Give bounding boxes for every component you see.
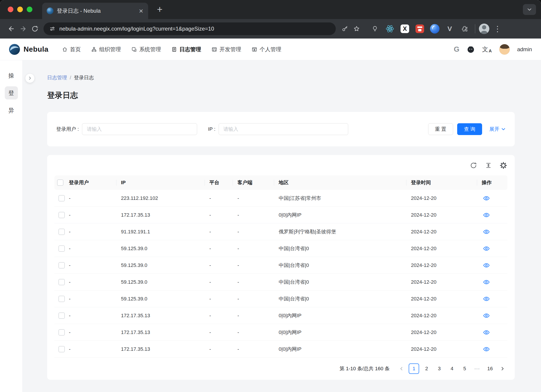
view-detail-eye-icon[interactable] <box>483 212 490 219</box>
minimize-window-button[interactable] <box>17 7 23 12</box>
view-detail-eye-icon[interactable] <box>483 245 490 252</box>
main-content: 日志管理 / 登录日志 登录日志 登录用户 : IP : 重 置 查 询 展开 <box>23 60 541 392</box>
translate-icon[interactable]: 文 A <box>482 45 492 53</box>
pagination-page-4[interactable]: 4 <box>447 363 457 374</box>
bookmark-star-icon[interactable] <box>351 23 363 35</box>
search-button[interactable]: 查 询 <box>457 123 482 135</box>
view-detail-eye-icon[interactable] <box>483 195 490 202</box>
nav-item-dev[interactable]: 开发管理 <box>212 46 241 53</box>
pagination-page-1[interactable]: 1 <box>409 363 419 374</box>
x-extension-icon[interactable]: X <box>398 22 411 35</box>
ip-filter-input[interactable] <box>219 123 348 135</box>
view-detail-eye-icon[interactable] <box>483 346 490 353</box>
cell-login-time: 2024-12-20 <box>411 229 482 235</box>
table-row: - 59.125.39.0 - - 中国|台湾省|0 2024-12-20 <box>54 274 507 291</box>
close-window-button[interactable] <box>8 7 13 12</box>
view-detail-eye-icon[interactable] <box>483 262 490 269</box>
chevron-down-icon <box>501 127 506 131</box>
reload-button[interactable] <box>29 23 41 35</box>
cell-login-time: 2024-12-20 <box>411 346 482 352</box>
view-detail-eye-icon[interactable] <box>483 329 490 336</box>
view-detail-eye-icon[interactable] <box>483 295 490 302</box>
refresh-icon[interactable] <box>469 161 478 169</box>
view-detail-eye-icon[interactable] <box>483 228 490 235</box>
sidebar-item-login-log[interactable]: 登 <box>5 86 18 99</box>
sidebar-item-error-log[interactable]: 异 <box>5 104 18 117</box>
nav-item-organization[interactable]: 组织管理 <box>91 46 121 53</box>
tab-close-icon[interactable]: × <box>137 7 145 15</box>
address-bar[interactable]: nebula-admin.neegix.com/log/loginLog?cur… <box>43 22 336 35</box>
gitee-icon[interactable]: G <box>454 45 459 53</box>
breadcrumb-parent[interactable]: 日志管理 <box>47 74 67 81</box>
table-settings-gear-icon[interactable] <box>499 161 507 169</box>
cell-region: 俄罗斯|列宁格勒|圣彼得堡 <box>279 228 411 235</box>
reset-button[interactable]: 重 置 <box>428 123 453 135</box>
table-row: - 59.125.39.0 - - 中国|台湾省|0 2024-12-20 <box>54 240 507 257</box>
row-checkbox[interactable] <box>58 212 65 218</box>
nav-item-system[interactable]: 系统管理 <box>131 46 161 53</box>
row-checkbox[interactable] <box>58 279 65 285</box>
row-checkbox[interactable] <box>58 313 65 319</box>
table-toolbar <box>54 161 507 169</box>
forward-button[interactable] <box>17 23 29 35</box>
nav-item-home[interactable]: 首页 <box>62 46 81 53</box>
nav-item-log[interactable]: 日志管理 <box>172 46 201 53</box>
pagination-next-icon[interactable] <box>498 364 507 374</box>
new-tab-button[interactable]: + <box>155 5 165 15</box>
column-header-user[interactable]: 登录用户 <box>69 179 121 186</box>
user-avatar[interactable] <box>499 44 510 55</box>
password-key-icon[interactable] <box>339 23 351 35</box>
site-info-icon[interactable] <box>49 26 55 32</box>
pagination-page-16[interactable]: 16 <box>485 363 495 374</box>
browser-tab[interactable]: 登录日志 - Nebula × <box>42 3 148 19</box>
row-checkbox[interactable] <box>58 229 65 235</box>
extension-icons: X V <box>368 22 471 35</box>
row-checkbox[interactable] <box>58 246 65 252</box>
pagination-pages: 12345•••16 <box>409 363 495 374</box>
user-filter-label: 登录用户 : <box>56 126 79 133</box>
column-header-time[interactable]: 登录时间 <box>411 179 482 186</box>
back-button[interactable] <box>5 23 17 35</box>
row-checkbox[interactable] <box>58 329 65 336</box>
cell-region: 0|0|内网IP <box>279 346 411 353</box>
pagination-prev-icon[interactable] <box>396 364 406 374</box>
sidebar-item-operation-log[interactable]: 操 <box>5 69 18 82</box>
row-checkbox[interactable] <box>58 296 65 302</box>
cell-client: - <box>237 195 279 201</box>
cell-login-user: - <box>69 229 121 235</box>
lightbulb-extension-icon[interactable] <box>368 22 381 35</box>
pagination-page-5[interactable]: 5 <box>459 363 470 374</box>
browser-menu-kebab-icon[interactable]: ⋮ <box>493 24 502 33</box>
nav-item-personal[interactable]: 个人管理 <box>252 46 281 53</box>
column-header-ip[interactable]: IP <box>121 180 209 186</box>
pagination-page-3[interactable]: 3 <box>434 363 444 374</box>
column-header-client[interactable]: 客户端 <box>237 179 279 186</box>
extensions-puzzle-icon[interactable] <box>458 22 471 35</box>
tab-list-chevron-icon[interactable] <box>523 4 536 15</box>
expand-filters-link[interactable]: 展开 <box>489 126 506 133</box>
select-all-checkbox[interactable] <box>57 179 63 186</box>
column-height-icon[interactable] <box>484 161 493 169</box>
column-header-region[interactable]: 地区 <box>279 179 411 186</box>
user-filter-input[interactable] <box>82 123 197 135</box>
red-extension-icon[interactable] <box>413 22 426 35</box>
browser-profile-avatar[interactable] <box>479 24 489 34</box>
react-devtools-extension-icon[interactable] <box>383 22 396 35</box>
blue-sphere-extension-icon[interactable] <box>428 22 441 35</box>
brand[interactable]: Nebula <box>9 44 48 55</box>
column-header-action: 操作 <box>482 179 507 186</box>
column-header-platform[interactable]: 平台 <box>209 179 237 186</box>
pagination-page-2[interactable]: 2 <box>421 363 432 374</box>
github-icon[interactable] <box>467 45 475 53</box>
row-checkbox[interactable] <box>58 262 65 268</box>
v-extension-icon[interactable]: V <box>443 22 456 35</box>
cell-ip: 91.192.191.1 <box>121 229 209 235</box>
fullscreen-window-button[interactable] <box>27 7 32 12</box>
view-detail-eye-icon[interactable] <box>483 312 490 319</box>
sidebar-expand-button[interactable] <box>25 73 35 83</box>
table-body: - 223.112.192.102 - - 中国|江苏省|常州市 2024-12… <box>54 190 507 358</box>
view-detail-eye-icon[interactable] <box>483 279 490 286</box>
row-checkbox[interactable] <box>58 195 65 201</box>
row-checkbox[interactable] <box>58 346 65 352</box>
cell-login-user: - <box>69 279 121 285</box>
